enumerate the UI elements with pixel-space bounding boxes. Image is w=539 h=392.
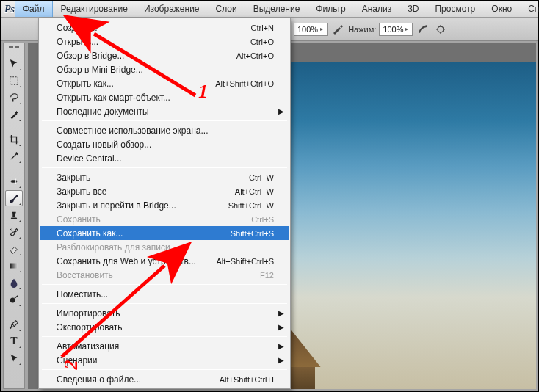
flow-value: 100% bbox=[383, 25, 403, 34]
menu-item-shortcut: Ctrl+N bbox=[251, 23, 274, 32]
menu-item-label: Сведения о файле... bbox=[57, 374, 220, 385]
menu-редактирование[interactable]: Редактирование bbox=[53, 1, 136, 17]
history-brush-tool[interactable] bbox=[5, 224, 23, 240]
menu-item-label: Обзор в Bridge... bbox=[57, 51, 236, 61]
menu-item[interactable]: Поместить... bbox=[40, 287, 289, 301]
file-menu-dropdown: Создать...Ctrl+NОткрыть...Ctrl+OОбзор в … bbox=[38, 18, 291, 389]
blur-tool[interactable] bbox=[5, 275, 23, 291]
menu-item-label: Закрыть и перейти в Bridge... bbox=[57, 200, 228, 211]
menu-item[interactable]: Открыть как смарт-объект... bbox=[40, 90, 289, 104]
app-icon: Ps bbox=[4, 1, 15, 18]
menu-item-label: Сохранить как... bbox=[57, 228, 231, 239]
marquee-tool[interactable] bbox=[5, 73, 23, 89]
menu-изображение[interactable]: Изображение bbox=[136, 1, 208, 17]
menu-item[interactable]: Последние документы▶ bbox=[40, 104, 289, 118]
menu-справ[interactable]: Справ bbox=[520, 1, 539, 17]
clone-stamp-tool[interactable] bbox=[5, 207, 23, 223]
airbrush-icon[interactable] bbox=[416, 22, 430, 37]
menu-item[interactable]: ЗакрытьCtrl+W bbox=[40, 170, 289, 184]
menu-просмотр[interactable]: Просмотр bbox=[427, 1, 483, 17]
menu-item-shortcut: Alt+Shift+Ctrl+O bbox=[215, 79, 274, 88]
opacity-field[interactable]: 100% ▸ bbox=[294, 23, 328, 36]
menu-анализ[interactable]: Анализ bbox=[354, 1, 400, 17]
menu-item-shortcut: Ctrl+W bbox=[249, 173, 274, 182]
menu-item-shortcut: Alt+Ctrl+O bbox=[236, 51, 274, 60]
menu-3d[interactable]: 3D bbox=[399, 1, 427, 17]
dodge-tool[interactable] bbox=[5, 291, 23, 308]
flow-field[interactable]: 100% ▸ bbox=[379, 23, 413, 36]
menu-item: СохранитьCtrl+S bbox=[40, 212, 289, 226]
brush-tool[interactable] bbox=[5, 190, 23, 206]
submenu-arrow-icon: ▶ bbox=[278, 356, 284, 364]
menu-item-label: Импортировать bbox=[57, 308, 274, 319]
menu-item-label: Обзор в Mini Bridge... bbox=[57, 65, 274, 75]
menu-item-label: Открыть как... bbox=[57, 79, 215, 89]
menu-фильтр[interactable]: Фильтр bbox=[308, 1, 353, 17]
menu-item-shortcut: Alt+Ctrl+W bbox=[235, 187, 274, 196]
menu-item-label: Device Central... bbox=[57, 153, 274, 164]
menu-separator bbox=[42, 369, 287, 370]
menu-item[interactable]: Импортировать▶ bbox=[40, 306, 289, 320]
menu-item[interactable]: Сохранить как...Shift+Ctrl+S bbox=[40, 226, 289, 240]
menu-item[interactable]: Автоматизация▶ bbox=[40, 339, 289, 353]
menu-item-shortcut: Ctrl+O bbox=[250, 37, 274, 46]
menu-separator bbox=[42, 120, 287, 121]
eraser-tool[interactable] bbox=[5, 241, 23, 257]
chevron-right-icon[interactable]: ▸ bbox=[318, 26, 325, 32]
tablet-pressure-opacity-icon[interactable] bbox=[330, 22, 345, 37]
menu-item-shortcut: Shift+Ctrl+S bbox=[231, 229, 274, 238]
menu-item[interactable]: Обзор в Mini Bridge... bbox=[40, 62, 289, 76]
menu-item[interactable]: Открыть...Ctrl+O bbox=[40, 35, 289, 48]
menu-item[interactable]: Сведения о файле...Alt+Shift+Ctrl+I bbox=[40, 372, 289, 386]
menu-item[interactable]: Экспортировать▶ bbox=[40, 320, 289, 334]
menu-item[interactable]: Обзор в Bridge...Alt+Ctrl+O bbox=[40, 48, 289, 62]
menu-item-label: Разблокировать для записи... bbox=[57, 242, 274, 253]
menu-item-label: Автоматизация bbox=[57, 341, 274, 352]
menubar: Ps ФайлРедактированиеИзображениеСлоиВыде… bbox=[1, 1, 538, 18]
menu-separator bbox=[42, 167, 287, 168]
menu-item[interactable]: Создать новый обзор... bbox=[40, 137, 289, 151]
menu-item[interactable]: Закрыть всеAlt+Ctrl+W bbox=[40, 184, 289, 198]
magic-wand-tool[interactable] bbox=[5, 106, 23, 123]
menu-item[interactable]: Закрыть и перейти в Bridge...Shift+Ctrl+… bbox=[40, 198, 289, 212]
pen-tool[interactable] bbox=[5, 316, 23, 333]
menu-item-shortcut: F12 bbox=[260, 271, 274, 280]
move-tool[interactable] bbox=[5, 56, 23, 72]
menu-item[interactable]: Сценарии▶ bbox=[40, 353, 289, 367]
menu-item: ВосстановитьF12 bbox=[40, 268, 289, 282]
menu-item[interactable]: Открыть как...Alt+Shift+Ctrl+O bbox=[40, 76, 289, 90]
path-selection-tool[interactable] bbox=[5, 350, 23, 366]
menu-item-label: Экспортировать bbox=[57, 322, 274, 333]
menu-item-label: Открыть... bbox=[57, 37, 250, 47]
menu-item-label: Сохранить bbox=[57, 214, 251, 225]
eyedropper-tool[interactable] bbox=[5, 148, 23, 164]
menu-item-label: Закрыть bbox=[57, 173, 249, 183]
menu-item-label: Закрыть все bbox=[57, 186, 235, 197]
menu-item[interactable]: Сохранить для Web и устройств...Alt+Shif… bbox=[40, 254, 289, 268]
menu-файл[interactable]: Файл bbox=[15, 1, 53, 17]
svg-point-4 bbox=[10, 297, 15, 302]
menu-item-label: Совместное использование экрана... bbox=[57, 126, 274, 136]
menu-item-label: Восстановить bbox=[57, 270, 260, 280]
flow-label: Нажим: bbox=[348, 25, 376, 34]
menu-separator bbox=[42, 303, 287, 304]
menu-item-label: Создать... bbox=[57, 23, 251, 33]
type-tool[interactable]: T bbox=[5, 333, 23, 349]
opacity-value: 100% bbox=[297, 25, 318, 34]
menu-item[interactable]: Создать...Ctrl+N bbox=[40, 21, 289, 35]
menu-окно[interactable]: Окно bbox=[483, 1, 520, 17]
menu-слои[interactable]: Слои bbox=[208, 1, 245, 17]
menu-item-label: Поместить... bbox=[57, 289, 274, 300]
menu-item[interactable]: Совместное использование экрана... bbox=[40, 123, 289, 137]
crop-tool[interactable] bbox=[5, 131, 23, 148]
menu-item[interactable]: Device Central... bbox=[40, 151, 289, 165]
toolbox-grip[interactable] bbox=[5, 46, 23, 52]
toolbox: T bbox=[3, 43, 25, 389]
healing-brush-tool[interactable] bbox=[5, 173, 23, 189]
tablet-pressure-size-icon[interactable] bbox=[433, 22, 448, 37]
lasso-tool[interactable] bbox=[5, 90, 23, 106]
svg-point-0 bbox=[438, 26, 444, 32]
chevron-right-icon[interactable]: ▸ bbox=[403, 26, 410, 32]
menu-выделение[interactable]: Выделение bbox=[245, 1, 308, 17]
gradient-tool[interactable] bbox=[5, 258, 23, 274]
